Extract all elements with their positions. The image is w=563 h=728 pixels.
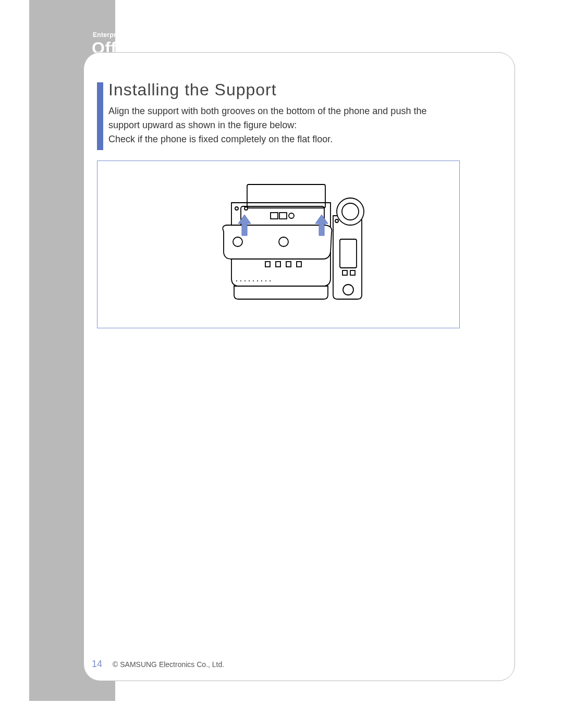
svg-rect-3 xyxy=(279,213,287,219)
svg-rect-8 xyxy=(276,262,280,267)
page-number: 14 xyxy=(92,659,102,670)
svg-point-22 xyxy=(244,280,246,281)
body-text: Align the support with both grooves on t… xyxy=(108,104,458,146)
svg-point-27 xyxy=(265,280,266,281)
svg-point-18 xyxy=(244,207,248,210)
heading-accent-bar xyxy=(97,82,103,150)
installation-figure xyxy=(97,161,460,328)
svg-point-26 xyxy=(261,280,262,281)
page-content-panel xyxy=(83,52,515,681)
paragraph-1: Align the support with both grooves on t… xyxy=(108,104,458,132)
paragraph-2: Check if the phone is fixed completely o… xyxy=(108,132,458,146)
svg-point-16 xyxy=(343,285,353,295)
svg-point-20 xyxy=(236,280,237,281)
phone-support-diagram-icon xyxy=(174,174,383,315)
svg-rect-9 xyxy=(286,262,291,267)
brand-tagline: Enterprise IP Solutions xyxy=(93,31,165,39)
svg-rect-7 xyxy=(265,262,270,267)
svg-point-11 xyxy=(337,198,364,225)
svg-rect-15 xyxy=(350,270,355,275)
svg-point-23 xyxy=(249,280,250,281)
svg-rect-10 xyxy=(297,262,301,267)
svg-point-17 xyxy=(235,207,238,210)
svg-point-25 xyxy=(257,280,258,281)
svg-point-19 xyxy=(335,219,338,223)
svg-point-4 xyxy=(289,213,294,218)
svg-rect-0 xyxy=(247,184,325,208)
svg-rect-1 xyxy=(241,206,324,226)
svg-point-24 xyxy=(253,280,254,281)
svg-point-28 xyxy=(270,280,271,281)
svg-rect-2 xyxy=(271,213,278,219)
page-title: Installing the Support xyxy=(108,80,277,100)
svg-point-21 xyxy=(240,280,241,281)
svg-rect-14 xyxy=(342,270,347,275)
svg-rect-13 xyxy=(340,239,357,268)
copyright-text: © SAMSUNG Electronics Co., Ltd. xyxy=(113,660,224,669)
